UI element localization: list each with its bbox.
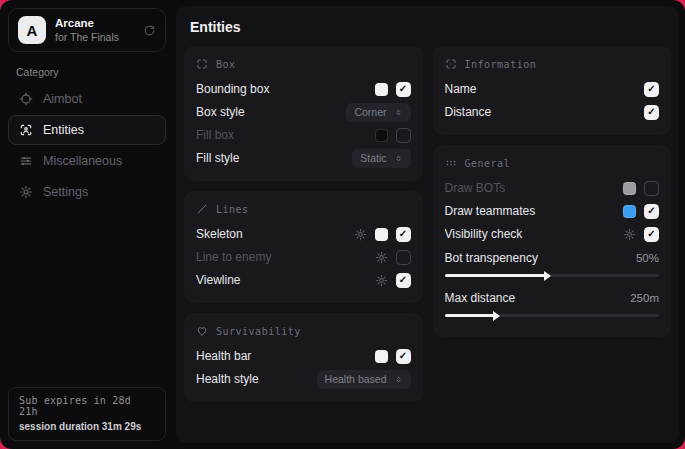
line-icon xyxy=(196,203,208,215)
viewline-checkbox[interactable]: ✓ xyxy=(396,273,411,288)
health-style-dropdown[interactable]: Health based xyxy=(317,370,411,389)
draw-bots-checkbox[interactable] xyxy=(644,181,659,196)
name-row: Name✓ xyxy=(445,78,660,100)
dropdown-value: Corner xyxy=(354,106,386,118)
box-style-label: Box style xyxy=(196,105,338,119)
slider-fill xyxy=(445,314,494,317)
gear-icon[interactable] xyxy=(623,228,636,241)
page-title: Entities xyxy=(176,6,679,46)
brand-text: Arcane for The Finals xyxy=(55,17,119,43)
brand-name: Arcane xyxy=(55,17,119,29)
slider-fill xyxy=(445,274,546,277)
sidebar-item-entities[interactable]: Entities xyxy=(8,115,166,145)
draw-teammates-label: Draw teammates xyxy=(445,204,616,218)
health-bar-color-swatch[interactable] xyxy=(375,350,388,363)
panel-header-general: General xyxy=(445,157,660,169)
sidebar-nav: AimbotEntitiesMiscellaneousSettings xyxy=(8,84,166,207)
health-style-row: Health styleHealth based xyxy=(196,368,411,390)
skeleton-checkbox[interactable]: ✓ xyxy=(396,227,411,242)
max-distance-value: 250m xyxy=(630,292,659,304)
updown-icon xyxy=(394,375,403,384)
bot-transpenency-label: Bot transpenency xyxy=(445,251,636,265)
line-to-enemy-checkbox[interactable] xyxy=(396,250,411,265)
health-bar-checkbox[interactable]: ✓ xyxy=(396,349,411,364)
distance-checkbox[interactable]: ✓ xyxy=(644,105,659,120)
skeleton-label: Skeleton xyxy=(196,227,346,241)
gear-icon[interactable] xyxy=(354,228,367,241)
sidebar-item-settings[interactable]: Settings xyxy=(8,177,166,207)
visibility-check-checkbox[interactable]: ✓ xyxy=(644,227,659,242)
sidebar-item-label: Miscellaneous xyxy=(43,154,122,168)
sidebar-item-label: Entities xyxy=(43,123,84,137)
bot-transpenency-slider[interactable] xyxy=(445,274,660,277)
fill-box-row: Fill box xyxy=(196,124,411,146)
bot-transpenency-slider-row: Bot transpenency50% xyxy=(445,246,660,285)
box-corners-icon xyxy=(196,58,208,70)
sidebar-item-aimbot[interactable]: Aimbot xyxy=(8,84,166,114)
name-checkbox[interactable]: ✓ xyxy=(644,82,659,97)
grid-dots-icon xyxy=(445,157,457,169)
viewline-label: Viewline xyxy=(196,273,367,287)
app-logo: A xyxy=(18,16,46,44)
distance-label: Distance xyxy=(445,105,637,119)
fill-box-checkbox[interactable] xyxy=(396,128,411,143)
scan-person-icon xyxy=(19,123,33,137)
bot-transpenency-value: 50% xyxy=(636,252,659,264)
crosshair-icon xyxy=(19,92,33,106)
draw-teammates-row: Draw teammates✓ xyxy=(445,200,660,222)
name-label: Name xyxy=(445,82,637,96)
brand-subtitle: for The Finals xyxy=(55,31,119,43)
updown-icon xyxy=(394,154,403,163)
gear-icon[interactable] xyxy=(375,274,388,287)
bounding-box-checkbox[interactable]: ✓ xyxy=(396,82,411,97)
bounding-box-color-swatch[interactable] xyxy=(375,83,388,96)
dropdown-value: Static xyxy=(360,152,386,164)
gear-icon[interactable] xyxy=(375,251,388,264)
sub-expiry-text: Sub expires in 28d 21h xyxy=(19,395,155,417)
scan-info-icon xyxy=(445,58,457,70)
panel-title: Lines xyxy=(216,204,249,215)
sidebar-item-miscellaneous[interactable]: Miscellaneous xyxy=(8,146,166,176)
slider-handle[interactable] xyxy=(493,311,500,321)
sliders-icon xyxy=(19,154,33,168)
skeleton-color-swatch[interactable] xyxy=(375,228,388,241)
viewline-row: Viewline✓ xyxy=(196,269,411,291)
panel-title: Survivability xyxy=(216,326,301,337)
panel-information: InformationName✓Distance✓ xyxy=(433,46,672,135)
subscription-card: Sub expires in 28d 21h session duration … xyxy=(8,387,166,441)
bounding-box-label: Bounding box xyxy=(196,82,367,96)
draw-teammates-color-swatch[interactable] xyxy=(623,205,636,218)
draw-bots-color-swatch[interactable] xyxy=(623,182,636,195)
bounding-box-row: Bounding box✓ xyxy=(196,78,411,100)
max-distance-slider-row: Max distance250m xyxy=(445,286,660,325)
draw-bots-label: Draw BOTs xyxy=(445,181,616,195)
panel-general: GeneralDraw BOTsDraw teammates✓Visibilit… xyxy=(433,145,672,337)
panel-header-information: Information xyxy=(445,58,660,70)
health-bar-row: Health bar✓ xyxy=(196,345,411,367)
max-distance-slider[interactable] xyxy=(445,314,660,317)
updown-icon xyxy=(394,108,403,117)
sidebar-item-label: Settings xyxy=(43,185,88,199)
slider-handle[interactable] xyxy=(544,271,551,281)
max-distance-label: Max distance xyxy=(445,291,631,305)
refresh-icon[interactable] xyxy=(143,24,156,37)
draw-teammates-checkbox[interactable]: ✓ xyxy=(644,204,659,219)
box-style-dropdown[interactable]: Corner xyxy=(346,103,410,122)
health-style-label: Health style xyxy=(196,372,309,386)
fill-style-dropdown[interactable]: Static xyxy=(352,149,410,168)
fill-box-label: Fill box xyxy=(196,128,367,142)
panel-column-1: BoxBounding box✓Box styleCornerFill boxF… xyxy=(184,46,423,402)
visibility-check-label: Visibility check xyxy=(445,227,616,241)
app-window: A Arcane for The Finals Category AimbotE… xyxy=(0,0,685,449)
sidebar: A Arcane for The Finals Category AimbotE… xyxy=(0,0,174,449)
panel-box: BoxBounding box✓Box styleCornerFill boxF… xyxy=(184,46,423,181)
draw-bots-row: Draw BOTs xyxy=(445,177,660,199)
panel-title: General xyxy=(465,158,511,169)
fill-box-color-swatch[interactable] xyxy=(375,129,388,142)
sidebar-item-label: Aimbot xyxy=(43,92,82,106)
panel-title: Information xyxy=(465,59,537,70)
skeleton-row: Skeleton✓ xyxy=(196,223,411,245)
health-bar-label: Health bar xyxy=(196,349,367,363)
fill-style-row: Fill styleStatic xyxy=(196,147,411,169)
session-duration-text: session duration 31m 29s xyxy=(19,421,155,432)
